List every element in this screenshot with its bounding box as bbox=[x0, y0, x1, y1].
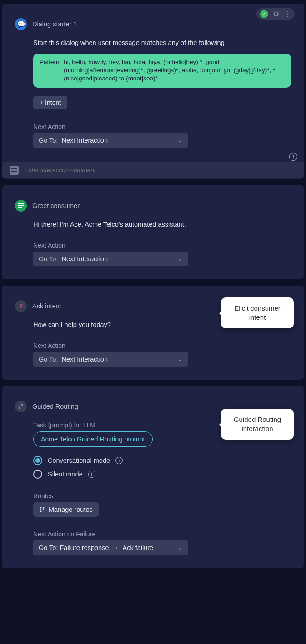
svg-point-2 bbox=[40, 507, 41, 508]
next-action-label: Next Action bbox=[33, 123, 291, 130]
chevron-down-icon: ⌄ bbox=[178, 256, 182, 262]
goto-prefix: Go To: bbox=[39, 356, 58, 363]
comment-icon bbox=[10, 166, 19, 175]
goto-fail-target: Ack failure bbox=[122, 544, 153, 551]
mode-label: Silent mode bbox=[48, 471, 83, 478]
greeting-message: Hi there! I'm Ace. Acme Telco's automate… bbox=[33, 221, 291, 228]
info-icon[interactable]: i bbox=[88, 471, 95, 478]
routes-label: Routes bbox=[33, 492, 291, 500]
card-header: 💬 Dialog starter 1 bbox=[15, 18, 291, 30]
goto-value: Next Interaction bbox=[61, 356, 178, 363]
info-icon[interactable]: i bbox=[115, 457, 123, 464]
comment-bar bbox=[2, 162, 304, 178]
card-header: Greet consumer bbox=[15, 200, 291, 212]
manage-routes-button[interactable]: Manage routes bbox=[33, 502, 99, 517]
radio-selected-icon[interactable] bbox=[33, 456, 42, 465]
mode-conversational-row[interactable]: Conversational mode i bbox=[33, 456, 291, 465]
card-actions: ✓ ⚙ ⋮ bbox=[256, 8, 295, 20]
chevron-down-icon: ⌄ bbox=[178, 137, 182, 144]
guided-routing-card: Guided Routing Task (prompt) for LLM Acm… bbox=[2, 386, 304, 568]
text-icon bbox=[15, 200, 27, 212]
card-title: Greet consumer bbox=[32, 202, 80, 209]
greet-consumer-card: Greet consumer Hi there! I'm Ace. Acme T… bbox=[2, 185, 304, 279]
goto-value: Next Interaction bbox=[61, 137, 178, 144]
mode-silent-row[interactable]: Silent mode i bbox=[33, 470, 291, 479]
ask-intent-card: ? Ask intent How can I help you today? N… bbox=[2, 286, 304, 380]
info-icon[interactable]: i bbox=[289, 153, 297, 161]
callout-tooltip: Elicit consumer intent bbox=[221, 297, 294, 329]
add-intent-button[interactable]: + Intent bbox=[33, 96, 67, 109]
routing-icon bbox=[15, 401, 27, 412]
pattern-pill[interactable]: Pattern: hi, hello, howdy, hey, hai, hol… bbox=[33, 54, 291, 88]
pattern-text: hi, hello, howdy, hey, hai, hola, hiya, … bbox=[64, 58, 285, 83]
next-action-failure-label: Next Action on Failure bbox=[33, 530, 291, 538]
goto-value: Next Interaction bbox=[61, 255, 178, 263]
callout-tooltip: Guided Routing interaction bbox=[221, 409, 294, 440]
card-title: Dialog starter 1 bbox=[32, 20, 77, 28]
gear-icon[interactable]: ⚙ bbox=[273, 10, 279, 18]
branch-icon bbox=[40, 506, 45, 513]
mode-label: Conversational mode bbox=[48, 457, 110, 464]
manage-routes-label: Manage routes bbox=[49, 506, 93, 513]
goto-prefix: Go To: bbox=[39, 137, 58, 144]
pattern-label: Pattern: bbox=[40, 58, 61, 83]
next-action-label: Next Action bbox=[33, 242, 291, 249]
next-action-select[interactable]: Go To: Next Interaction ⌄ bbox=[33, 252, 188, 266]
svg-point-4 bbox=[43, 507, 44, 508]
goto-fail-prefix: Go To: Failure response bbox=[39, 544, 109, 551]
comment-input[interactable] bbox=[24, 167, 296, 173]
dialog-starter-card: ✓ ⚙ ⋮ 💬 Dialog starter 1 Start this dial… bbox=[2, 4, 304, 179]
next-action-select[interactable]: Go To: Next Interaction ⌄ bbox=[33, 352, 188, 367]
arrow-right-icon: → bbox=[112, 544, 119, 551]
card-title: Ask intent bbox=[32, 302, 61, 310]
dialog-icon: 💬 bbox=[15, 18, 27, 30]
card-title: Guided Routing bbox=[32, 403, 78, 410]
next-action-label: Next Action bbox=[33, 342, 291, 349]
goto-prefix: Go To: bbox=[39, 255, 58, 263]
task-prompt-chip[interactable]: Acme Telco Guided Routing prompt bbox=[33, 431, 153, 447]
chevron-down-icon: ⌄ bbox=[178, 545, 182, 551]
failure-action-select[interactable]: Go To: Failure response → Ack failure ⌄ bbox=[33, 540, 188, 555]
goto-failure-value: Go To: Failure response → Ack failure bbox=[39, 544, 178, 551]
svg-point-0 bbox=[19, 407, 20, 409]
dialog-description: Start this dialog when user message matc… bbox=[33, 39, 291, 46]
check-icon: ✓ bbox=[260, 10, 268, 18]
question-icon: ? bbox=[15, 300, 27, 312]
radio-unselected-icon[interactable] bbox=[33, 470, 42, 479]
svg-point-3 bbox=[40, 510, 41, 512]
next-action-select[interactable]: Go To: Next Interaction ⌄ bbox=[33, 133, 188, 148]
more-icon[interactable]: ⋮ bbox=[284, 10, 291, 18]
chevron-down-icon: ⌄ bbox=[178, 356, 182, 362]
